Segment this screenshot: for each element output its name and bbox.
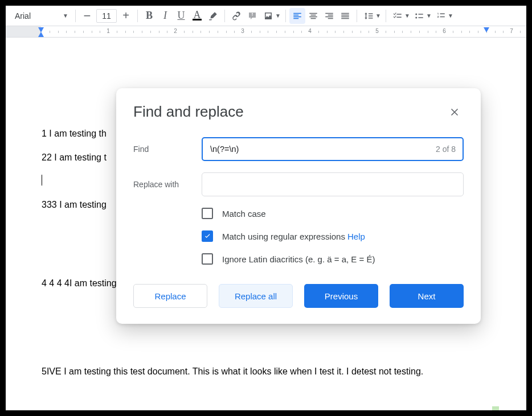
find-label: Find	[133, 145, 202, 154]
replace-button[interactable]: Replace	[133, 284, 207, 308]
replace-label: Replace with	[133, 180, 202, 189]
divider	[224, 10, 225, 22]
indent-left[interactable]	[38, 32, 44, 38]
underline-button[interactable]: U	[173, 8, 189, 24]
ruler-number: 2	[174, 28, 177, 34]
divider	[357, 10, 357, 22]
decrease-font-size-button[interactable]: −	[79, 8, 95, 24]
divider	[285, 10, 286, 22]
checklist-icon	[392, 11, 403, 21]
ruler[interactable]: 1234567	[6, 26, 526, 38]
toolbar: Arial ▼ − + B I U A	[6, 6, 526, 26]
divider	[75, 10, 76, 22]
align-right-icon	[324, 11, 334, 21]
bold-button[interactable]: B	[141, 8, 157, 24]
previous-button[interactable]: Previous	[304, 284, 378, 308]
insert-link-button[interactable]	[228, 8, 244, 24]
text-line[interactable]: 5IVE I am testing this test document. Th…	[42, 365, 509, 378]
align-center-icon	[308, 11, 318, 21]
numbered-list-icon	[436, 11, 446, 21]
document-area[interactable]: 1 I am testing th 22 I am testing t 333 …	[6, 38, 526, 410]
divider	[137, 10, 138, 22]
replace-input[interactable]	[202, 172, 464, 196]
find-replace-dialog: Find and replace Find 2 of 8 Replace wit…	[116, 88, 481, 324]
align-right-button[interactable]	[321, 8, 337, 24]
align-left-icon	[292, 11, 302, 21]
divider	[386, 10, 386, 22]
increase-font-size-button[interactable]: +	[118, 8, 134, 24]
replace-all-button[interactable]: Replace all	[219, 284, 293, 308]
highlighter-icon	[208, 11, 218, 21]
close-button[interactable]	[445, 103, 464, 121]
regex-help-link[interactable]: Help	[347, 232, 365, 241]
text-color-button[interactable]: A	[189, 8, 205, 24]
ruler-margin-left	[6, 26, 41, 37]
line-spacing-icon	[363, 11, 374, 21]
regex-label: Match using regular expressions	[222, 232, 345, 241]
find-match-highlight	[492, 406, 499, 410]
ruler-number: 6	[443, 28, 446, 34]
text-cursor	[42, 175, 42, 186]
diacritics-checkbox[interactable]	[202, 253, 213, 265]
match-case-checkbox[interactable]	[202, 208, 213, 219]
image-icon	[263, 11, 273, 21]
check-icon	[203, 232, 212, 241]
insert-image-menu[interactable]: ▼	[274, 8, 282, 24]
ruler-number: 5	[375, 28, 379, 34]
comment-icon	[247, 11, 257, 21]
chevron-down-icon: ▼	[63, 13, 68, 19]
next-button[interactable]: Next	[390, 284, 464, 308]
numbered-list-menu[interactable]: ▼	[447, 8, 455, 24]
match-counter: 2 of 8	[436, 145, 456, 154]
italic-button[interactable]: I	[157, 8, 173, 24]
bulleted-list-icon	[414, 11, 424, 21]
ruler-number: 7	[510, 28, 513, 34]
font-family-select[interactable]: Arial ▼	[9, 9, 72, 23]
dialog-title: Find and replace	[133, 103, 244, 121]
bulleted-list-menu[interactable]: ▼	[425, 8, 433, 24]
close-icon	[449, 106, 460, 118]
font-size-input[interactable]	[96, 9, 117, 23]
ruler-number: 3	[241, 28, 244, 34]
align-justify-button[interactable]	[337, 8, 353, 24]
indent-right[interactable]	[483, 27, 490, 33]
diacritics-label: Ignore Latin diacritics (e. g. ä = a, E …	[222, 254, 375, 264]
ruler-number: 4	[308, 28, 312, 34]
insert-comment-button[interactable]	[244, 8, 260, 24]
align-left-button[interactable]	[289, 8, 305, 24]
align-center-button[interactable]	[305, 8, 321, 24]
font-family-value: Arial	[15, 11, 31, 20]
match-case-label: Match case	[222, 209, 266, 219]
regex-checkbox[interactable]	[202, 230, 213, 242]
link-icon	[231, 11, 242, 21]
ruler-number: 1	[107, 28, 110, 34]
find-input[interactable]	[202, 137, 464, 161]
align-justify-icon	[340, 11, 350, 21]
highlight-color-button[interactable]	[205, 8, 221, 24]
line-spacing-menu[interactable]: ▼	[374, 8, 382, 24]
checklist-menu[interactable]: ▼	[403, 8, 411, 24]
